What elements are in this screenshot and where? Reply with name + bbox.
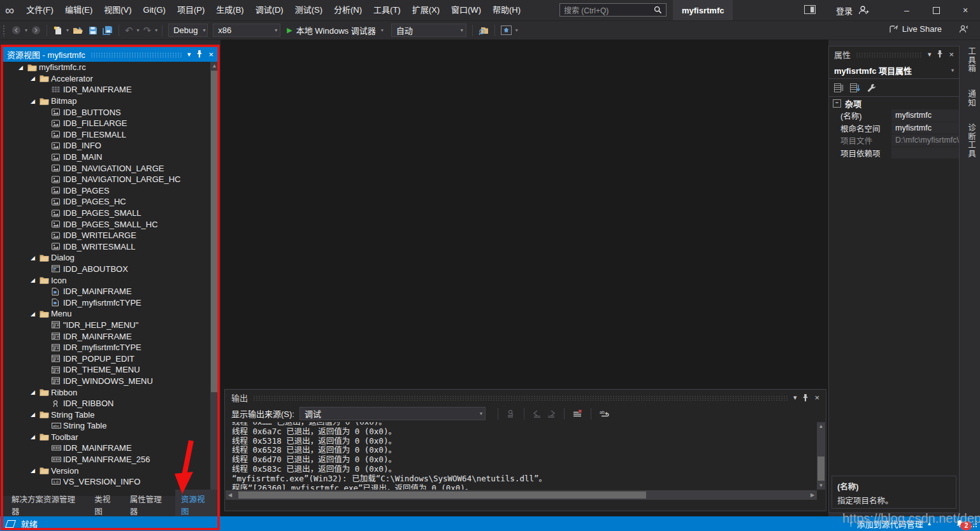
expanded-arrow-icon[interactable]: ◢	[31, 467, 40, 474]
property-value[interactable]: myfisrtmfc	[891, 110, 959, 122]
menu-item[interactable]: 分析(N)	[328, 0, 368, 20]
tree-item[interactable]: IDR_THEME_MENU	[2, 364, 219, 376]
tree-item[interactable]: IDB_NAVIGATION_LARGE_HC	[2, 174, 219, 185]
expanded-arrow-icon[interactable]: ◢	[31, 75, 40, 81]
tree-item[interactable]: IDR_myfisrtmfcTYPE	[2, 342, 219, 353]
tree-item[interactable]: IDR_MAINFRAME_256	[2, 454, 219, 465]
tool-window-tab[interactable]: 资源视图	[175, 490, 219, 520]
tool-window-tab[interactable]: 解决方案资源管理器	[6, 490, 89, 520]
expanded-arrow-icon[interactable]: ◢	[31, 411, 40, 418]
debug-mode-select[interactable]: 自动▾	[391, 24, 466, 37]
tree-item[interactable]: ◢Ribbon	[2, 386, 219, 398]
live-share-button[interactable]: Live Share	[889, 24, 942, 34]
menu-item[interactable]: 调试(D)	[250, 0, 289, 20]
tree-item[interactable]: IDB_PAGES_HC	[2, 196, 219, 208]
tree-item[interactable]: IDB_WRITELARGE	[2, 230, 219, 241]
pin-icon[interactable]	[802, 394, 809, 402]
word-wrap-icon[interactable]: ab	[600, 409, 610, 418]
output-header[interactable]: 输出 ▾ ×	[225, 390, 826, 406]
preview-window-icon[interactable]	[804, 5, 816, 14]
tree-item[interactable]: IDB_NAVIGATION_LARGE	[2, 162, 219, 174]
tree-item[interactable]: IDR_MAINFRAME	[2, 286, 219, 297]
expanded-arrow-icon[interactable]: ◢	[31, 389, 40, 395]
property-row[interactable]: (名称)myfisrtmfc	[829, 110, 959, 122]
tree-item[interactable]: IDR_myfisrtmfcTYPE	[2, 297, 219, 308]
find-message-icon[interactable]	[507, 409, 515, 418]
tree-item[interactable]: IDB_PAGES	[2, 185, 219, 197]
property-row[interactable]: 项目依赖项	[829, 147, 959, 160]
tree-item[interactable]: ◢myfisrtmfc.rc	[2, 62, 219, 73]
property-pages-wrench-icon[interactable]	[867, 83, 876, 92]
expanded-arrow-icon[interactable]: ◢	[18, 64, 27, 71]
navigate-forward-icon[interactable]	[29, 23, 43, 38]
toolbar-grip[interactable]	[3, 25, 5, 36]
new-file-icon[interactable]	[50, 23, 65, 38]
tree-item[interactable]: IDB_PAGES_SMALL	[2, 208, 219, 219]
clear-all-icon[interactable]	[573, 409, 582, 418]
tree-item[interactable]: ◢Bitmap	[2, 96, 219, 107]
save-all-icon[interactable]	[100, 23, 115, 38]
menu-item[interactable]: 工具(T)	[368, 0, 407, 20]
undo-dropdown-icon[interactable]: ▾	[136, 27, 141, 33]
menu-item[interactable]: 生成(B)	[210, 0, 249, 20]
send-feedback-icon[interactable]	[959, 24, 969, 34]
tree-item[interactable]: IDB_FILELARGE	[2, 118, 219, 129]
menu-item[interactable]: 扩展(X)	[407, 0, 445, 20]
tree-item[interactable]: ◢Accelerator	[2, 73, 219, 85]
new-file-dropdown-icon[interactable]: ▾	[65, 27, 70, 33]
tree-item[interactable]: IDR_WINDOWS_MENU	[2, 376, 219, 387]
next-message-icon[interactable]	[547, 410, 556, 418]
maximize-button[interactable]	[921, 0, 951, 20]
start-debugging-button[interactable]: ▶ 本地 Windows 调试器 ▾	[287, 24, 384, 36]
attach-process-icon[interactable]	[476, 23, 491, 38]
menu-item[interactable]: 视图(V)	[98, 0, 137, 20]
tree-item[interactable]: ◢Menu	[2, 308, 219, 320]
tree-item[interactable]: IDB_BUTTONS	[2, 106, 219, 118]
navigate-back-dropdown-icon[interactable]: ▾	[24, 27, 29, 33]
output-vertical-scrollbar[interactable]: ▲ ▼	[817, 422, 825, 490]
tree-scrollbar[interactable]: ▲ ▼	[210, 62, 219, 496]
expanded-arrow-icon[interactable]: ◢	[31, 98, 40, 104]
search-input[interactable]: 搜索 (Ctrl+Q)	[559, 3, 667, 17]
expanded-arrow-icon[interactable]: ◢	[31, 277, 40, 283]
tree-item[interactable]: abcString Table	[2, 420, 219, 432]
tree-item[interactable]: IDR_MAINFRAME	[2, 84, 219, 96]
platform-select[interactable]: x86▾	[213, 24, 280, 37]
close-panel-icon[interactable]: ×	[949, 50, 954, 59]
pin-icon[interactable]	[937, 50, 943, 58]
toolbar-options-dropdown-icon[interactable]: ▾	[514, 27, 519, 33]
side-tab[interactable]: 工具箱	[962, 42, 980, 78]
tree-item[interactable]: ◢Dialog	[2, 252, 219, 264]
home-window-layout-icon[interactable]	[498, 23, 514, 38]
output-source-select[interactable]: 调试▾	[299, 407, 486, 420]
tree-item[interactable]: IDB_PAGES_SMALL_HC	[2, 218, 219, 230]
redo-dropdown-icon[interactable]: ▾	[154, 27, 159, 33]
menu-item[interactable]: 项目(P)	[171, 0, 210, 20]
menu-item[interactable]: 测试(S)	[289, 0, 328, 20]
tree-item[interactable]: IDB_FILESMALL	[2, 129, 219, 141]
side-tab[interactable]: 诊断工具	[962, 118, 980, 163]
redo-icon[interactable]: ↷	[141, 23, 154, 38]
save-icon[interactable]	[86, 23, 100, 38]
menu-item[interactable]: 窗口(W)	[445, 0, 487, 20]
side-tab[interactable]: 通知	[962, 85, 980, 112]
tree-item[interactable]: 1.0VS_VERSION_INFO	[2, 476, 219, 488]
menu-item[interactable]: 文件(F)	[20, 0, 59, 20]
undo-icon[interactable]: ↶	[122, 23, 136, 38]
output-log[interactable]: 线程 0x…… 已退出，返回值为 0 (0x0)。线程 0x6a7c 已退出，返…	[226, 422, 817, 490]
previous-message-icon[interactable]	[533, 410, 542, 418]
tree-item[interactable]: IDB_MAIN	[2, 152, 219, 163]
tree-item[interactable]: ◢Version	[2, 465, 219, 476]
window-position-dropdown-icon[interactable]: ▾	[928, 51, 932, 58]
expanded-arrow-icon[interactable]: ◢	[31, 311, 40, 317]
minimize-button[interactable]: –	[892, 0, 921, 20]
tree-item[interactable]: IDR_RIBBON	[2, 398, 219, 409]
tool-window-tab[interactable]: 属性管理器	[124, 490, 175, 520]
tree-item[interactable]: IDB_INFO	[2, 140, 219, 152]
sign-in-button[interactable]: 登录	[836, 0, 869, 20]
tree-item[interactable]: "IDR_HELP_MENU"	[2, 320, 219, 331]
property-value[interactable]: D:\mfc\myfisrtmfc\	[891, 134, 959, 147]
collapse-icon[interactable]: −	[833, 99, 841, 108]
output-horizontal-scrollbar[interactable]: ◀ ▶	[226, 490, 817, 500]
menu-item[interactable]: Git(G)	[138, 0, 171, 20]
